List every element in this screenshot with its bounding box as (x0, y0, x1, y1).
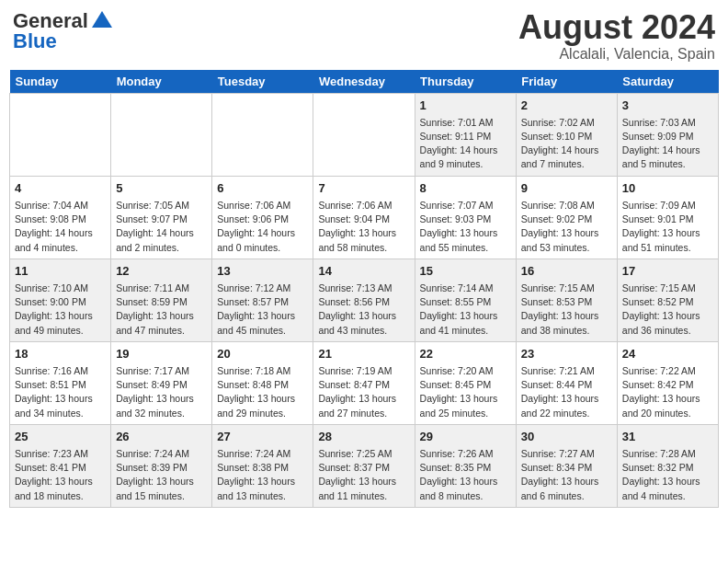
day-info: Sunrise: 7:09 AM Sunset: 9:01 PM Dayligh… (622, 199, 713, 255)
day-number: 11 (15, 263, 106, 280)
weekday-header-thursday: Thursday (415, 70, 516, 94)
day-cell-22: 22Sunrise: 7:20 AM Sunset: 8:45 PM Dayli… (415, 341, 516, 424)
day-number: 9 (521, 180, 612, 197)
day-number: 15 (420, 263, 511, 280)
day-info: Sunrise: 7:26 AM Sunset: 8:35 PM Dayligh… (420, 447, 511, 503)
day-cell-26: 26Sunrise: 7:24 AM Sunset: 8:39 PM Dayli… (111, 424, 212, 507)
weekday-header-row: SundayMondayTuesdayWednesdayThursdayFrid… (10, 70, 719, 94)
weekday-header-friday: Friday (516, 70, 617, 94)
week-row-2: 4Sunrise: 7:04 AM Sunset: 9:08 PM Daylig… (10, 176, 719, 259)
day-info: Sunrise: 7:03 AM Sunset: 9:09 PM Dayligh… (622, 116, 713, 172)
day-number: 21 (318, 346, 409, 362)
day-number: 12 (116, 263, 207, 280)
day-number: 31 (622, 429, 713, 445)
location: Alcalali, Valencia, Spain (518, 46, 715, 63)
day-cell-3: 3Sunrise: 7:03 AM Sunset: 9:09 PM Daylig… (617, 93, 718, 176)
day-info: Sunrise: 7:04 AM Sunset: 9:08 PM Dayligh… (15, 199, 106, 255)
day-cell-4: 4Sunrise: 7:04 AM Sunset: 9:08 PM Daylig… (10, 176, 111, 259)
day-info: Sunrise: 7:22 AM Sunset: 8:42 PM Dayligh… (622, 364, 713, 420)
day-info: Sunrise: 7:15 AM Sunset: 8:52 PM Dayligh… (622, 282, 713, 338)
logo-icon (90, 9, 114, 33)
day-number: 30 (521, 429, 612, 445)
day-cell-14: 14Sunrise: 7:13 AM Sunset: 8:56 PM Dayli… (313, 259, 415, 341)
day-cell-5: 5Sunrise: 7:05 AM Sunset: 9:07 PM Daylig… (111, 176, 212, 259)
week-row-1: 1Sunrise: 7:01 AM Sunset: 9:11 PM Daylig… (10, 93, 719, 176)
day-cell-6: 6Sunrise: 7:06 AM Sunset: 9:06 PM Daylig… (212, 176, 313, 259)
day-info: Sunrise: 7:21 AM Sunset: 8:44 PM Dayligh… (521, 364, 612, 420)
day-info: Sunrise: 7:16 AM Sunset: 8:51 PM Dayligh… (15, 364, 106, 420)
weekday-header-wednesday: Wednesday (313, 70, 415, 94)
day-cell-12: 12Sunrise: 7:11 AM Sunset: 8:59 PM Dayli… (111, 259, 212, 341)
logo: General Blue (13, 9, 116, 53)
week-row-5: 25Sunrise: 7:23 AM Sunset: 8:41 PM Dayli… (10, 424, 719, 507)
day-number: 23 (521, 346, 612, 362)
day-info: Sunrise: 7:14 AM Sunset: 8:55 PM Dayligh… (420, 282, 511, 338)
page-header: General Blue August 2024 Alcalali, Valen… (9, 9, 719, 63)
day-number: 14 (318, 263, 409, 280)
day-cell-13: 13Sunrise: 7:12 AM Sunset: 8:57 PM Dayli… (212, 259, 313, 341)
day-number: 25 (15, 429, 106, 445)
day-cell-1: 1Sunrise: 7:01 AM Sunset: 9:11 PM Daylig… (415, 93, 516, 176)
day-info: Sunrise: 7:18 AM Sunset: 8:48 PM Dayligh… (217, 364, 308, 420)
week-row-4: 18Sunrise: 7:16 AM Sunset: 8:51 PM Dayli… (10, 341, 719, 424)
day-cell-19: 19Sunrise: 7:17 AM Sunset: 8:49 PM Dayli… (111, 341, 212, 424)
day-cell-8: 8Sunrise: 7:07 AM Sunset: 9:03 PM Daylig… (415, 176, 516, 259)
day-cell-27: 27Sunrise: 7:24 AM Sunset: 8:38 PM Dayli… (212, 424, 313, 507)
day-number: 27 (217, 429, 308, 445)
day-number: 28 (318, 429, 409, 445)
day-info: Sunrise: 7:27 AM Sunset: 8:34 PM Dayligh… (521, 447, 612, 503)
title-block: August 2024 Alcalali, Valencia, Spain (518, 9, 715, 63)
day-cell-11: 11Sunrise: 7:10 AM Sunset: 9:00 PM Dayli… (10, 259, 111, 341)
day-number: 10 (622, 180, 713, 197)
day-number: 5 (116, 180, 207, 197)
day-cell-9: 9Sunrise: 7:08 AM Sunset: 9:02 PM Daylig… (516, 176, 617, 259)
svg-marker-0 (92, 11, 112, 28)
day-info: Sunrise: 7:01 AM Sunset: 9:11 PM Dayligh… (420, 116, 511, 172)
day-info: Sunrise: 7:17 AM Sunset: 8:49 PM Dayligh… (116, 364, 207, 420)
day-info: Sunrise: 7:25 AM Sunset: 8:37 PM Dayligh… (318, 447, 409, 503)
day-cell-29: 29Sunrise: 7:26 AM Sunset: 8:35 PM Dayli… (415, 424, 516, 507)
day-number: 7 (318, 180, 409, 197)
day-info: Sunrise: 7:19 AM Sunset: 8:47 PM Dayligh… (318, 364, 409, 420)
day-info: Sunrise: 7:06 AM Sunset: 9:04 PM Dayligh… (318, 199, 409, 255)
weekday-header-tuesday: Tuesday (212, 70, 313, 94)
day-info: Sunrise: 7:06 AM Sunset: 9:06 PM Dayligh… (217, 199, 308, 255)
day-info: Sunrise: 7:02 AM Sunset: 9:10 PM Dayligh… (521, 116, 612, 172)
day-cell-31: 31Sunrise: 7:28 AM Sunset: 8:32 PM Dayli… (617, 424, 718, 507)
day-cell-10: 10Sunrise: 7:09 AM Sunset: 9:01 PM Dayli… (617, 176, 718, 259)
day-info: Sunrise: 7:10 AM Sunset: 9:00 PM Dayligh… (15, 282, 106, 338)
day-number: 29 (420, 429, 511, 445)
day-cell-28: 28Sunrise: 7:25 AM Sunset: 8:37 PM Dayli… (313, 424, 415, 507)
empty-cell (313, 93, 415, 176)
weekday-header-sunday: Sunday (10, 70, 111, 94)
day-number: 22 (420, 346, 511, 362)
day-number: 20 (217, 346, 308, 362)
day-number: 19 (116, 346, 207, 362)
day-cell-30: 30Sunrise: 7:27 AM Sunset: 8:34 PM Dayli… (516, 424, 617, 507)
day-info: Sunrise: 7:23 AM Sunset: 8:41 PM Dayligh… (15, 447, 106, 503)
day-cell-21: 21Sunrise: 7:19 AM Sunset: 8:47 PM Dayli… (313, 341, 415, 424)
day-info: Sunrise: 7:11 AM Sunset: 8:59 PM Dayligh… (116, 282, 207, 338)
day-number: 8 (420, 180, 511, 197)
day-number: 1 (420, 98, 511, 114)
empty-cell (212, 93, 313, 176)
calendar-table: SundayMondayTuesdayWednesdayThursdayFrid… (9, 70, 719, 508)
day-number: 24 (622, 346, 713, 362)
day-cell-24: 24Sunrise: 7:22 AM Sunset: 8:42 PM Dayli… (617, 341, 718, 424)
day-cell-16: 16Sunrise: 7:15 AM Sunset: 8:53 PM Dayli… (516, 259, 617, 341)
month-year: August 2024 (518, 9, 715, 46)
day-info: Sunrise: 7:07 AM Sunset: 9:03 PM Dayligh… (420, 199, 511, 255)
day-number: 26 (116, 429, 207, 445)
day-cell-25: 25Sunrise: 7:23 AM Sunset: 8:41 PM Dayli… (10, 424, 111, 507)
day-info: Sunrise: 7:13 AM Sunset: 8:56 PM Dayligh… (318, 282, 409, 338)
day-number: 3 (622, 98, 713, 114)
day-number: 4 (15, 180, 106, 197)
day-cell-15: 15Sunrise: 7:14 AM Sunset: 8:55 PM Dayli… (415, 259, 516, 341)
day-info: Sunrise: 7:24 AM Sunset: 8:38 PM Dayligh… (217, 447, 308, 503)
day-info: Sunrise: 7:12 AM Sunset: 8:57 PM Dayligh… (217, 282, 308, 338)
day-cell-2: 2Sunrise: 7:02 AM Sunset: 9:10 PM Daylig… (516, 93, 617, 176)
week-row-3: 11Sunrise: 7:10 AM Sunset: 9:00 PM Dayli… (10, 259, 719, 341)
day-number: 18 (15, 346, 106, 362)
empty-cell (10, 93, 111, 176)
day-number: 13 (217, 263, 308, 280)
